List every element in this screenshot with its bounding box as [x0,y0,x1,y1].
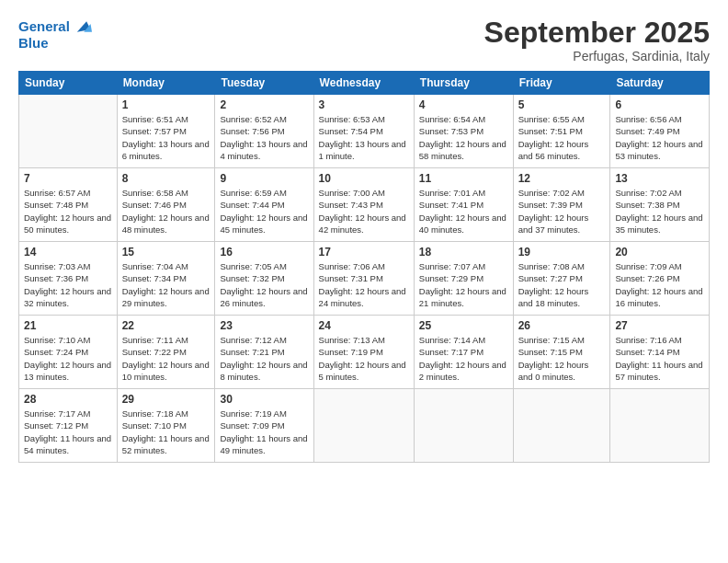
day-info: Sunrise: 7:10 AMSunset: 7:24 PMDaylight:… [24,334,112,383]
day-info: Sunrise: 7:16 AMSunset: 7:14 PMDaylight:… [615,334,704,383]
calendar-cell: 5Sunrise: 6:55 AMSunset: 7:51 PMDaylight… [513,95,610,168]
calendar-cell: 29Sunrise: 7:18 AMSunset: 7:10 PMDayligh… [117,389,215,463]
calendar-cell [313,389,414,463]
calendar-cell: 6Sunrise: 6:56 AMSunset: 7:49 PMDaylight… [610,95,710,168]
calendar-cell [414,389,513,463]
day-number: 13 [615,172,704,185]
calendar-cell: 24Sunrise: 7:13 AMSunset: 7:19 PMDayligh… [313,316,414,389]
day-info: Sunrise: 7:17 AMSunset: 7:12 PMDaylight:… [24,408,112,456]
day-info: Sunrise: 6:52 AMSunset: 7:56 PMDaylight:… [220,113,308,162]
calendar-cell: 25Sunrise: 7:14 AMSunset: 7:17 PMDayligh… [414,316,513,389]
day-info: Sunrise: 7:08 AMSunset: 7:27 PMDaylight:… [518,260,606,309]
logo-icon [72,17,92,37]
day-info: Sunrise: 7:06 AMSunset: 7:31 PMDaylight:… [319,260,409,309]
day-info: Sunrise: 7:00 AMSunset: 7:43 PMDaylight:… [319,187,409,236]
day-info: Sunrise: 7:02 AMSunset: 7:39 PMDaylight:… [518,187,606,236]
calendar-cell [513,389,610,463]
day-number: 3 [319,98,409,111]
day-info: Sunrise: 7:14 AMSunset: 7:17 PMDaylight:… [419,334,508,383]
day-info: Sunrise: 7:12 AMSunset: 7:21 PMDaylight:… [220,334,308,383]
day-number: 27 [615,319,704,332]
day-number: 28 [24,393,112,406]
calendar-cell: 3Sunrise: 6:53 AMSunset: 7:54 PMDaylight… [313,95,414,168]
day-number: 2 [220,98,308,111]
calendar-cell: 1Sunrise: 6:51 AMSunset: 7:57 PMDaylight… [117,95,215,168]
location: Perfugas, Sardinia, Italy [484,49,710,63]
day-info: Sunrise: 7:09 AMSunset: 7:26 PMDaylight:… [615,260,704,309]
day-info: Sunrise: 7:11 AMSunset: 7:22 PMDaylight:… [122,334,210,383]
day-number: 1 [122,98,210,111]
calendar-week-row: 7Sunrise: 6:57 AMSunset: 7:48 PMDaylight… [19,168,710,242]
day-number: 17 [319,246,409,259]
day-info: Sunrise: 7:13 AMSunset: 7:19 PMDaylight:… [319,334,409,383]
day-info: Sunrise: 7:02 AMSunset: 7:38 PMDaylight:… [615,187,704,236]
day-number: 30 [220,393,308,406]
day-header-monday: Monday [117,72,215,95]
day-header-thursday: Thursday [414,72,513,95]
day-number: 20 [615,246,704,259]
calendar-cell: 22Sunrise: 7:11 AMSunset: 7:22 PMDayligh… [117,316,215,389]
calendar-cell: 4Sunrise: 6:54 AMSunset: 7:53 PMDaylight… [414,95,513,168]
day-info: Sunrise: 7:18 AMSunset: 7:10 PMDaylight:… [122,408,210,456]
logo-text: General [18,19,70,35]
calendar-cell [610,389,710,463]
calendar-table: SundayMondayTuesdayWednesdayThursdayFrid… [18,71,710,463]
day-number: 16 [220,246,308,259]
day-info: Sunrise: 6:57 AMSunset: 7:48 PMDaylight:… [24,187,112,236]
calendar-cell: 26Sunrise: 7:15 AMSunset: 7:15 PMDayligh… [513,316,610,389]
day-info: Sunrise: 6:59 AMSunset: 7:44 PMDaylight:… [220,187,308,236]
month-title: September 2025 [484,17,710,49]
day-info: Sunrise: 7:01 AMSunset: 7:41 PMDaylight:… [419,187,508,236]
calendar-cell: 8Sunrise: 6:58 AMSunset: 7:46 PMDaylight… [117,168,215,242]
calendar-cell: 16Sunrise: 7:05 AMSunset: 7:32 PMDayligh… [215,242,313,316]
day-number: 23 [220,319,308,332]
day-number: 15 [122,246,210,259]
calendar-cell: 13Sunrise: 7:02 AMSunset: 7:38 PMDayligh… [610,168,710,242]
day-number: 11 [419,172,508,185]
calendar-cell: 20Sunrise: 7:09 AMSunset: 7:26 PMDayligh… [610,242,710,316]
day-number: 19 [518,246,606,259]
day-info: Sunrise: 6:58 AMSunset: 7:46 PMDaylight:… [122,187,210,236]
calendar-week-row: 21Sunrise: 7:10 AMSunset: 7:24 PMDayligh… [19,316,710,389]
day-number: 9 [220,172,308,185]
calendar-cell: 9Sunrise: 6:59 AMSunset: 7:44 PMDaylight… [215,168,313,242]
calendar-cell: 18Sunrise: 7:07 AMSunset: 7:29 PMDayligh… [414,242,513,316]
day-header-sunday: Sunday [19,72,118,95]
day-header-friday: Friday [513,72,610,95]
calendar-cell: 15Sunrise: 7:04 AMSunset: 7:34 PMDayligh… [117,242,215,316]
day-number: 21 [24,319,112,332]
calendar-week-row: 28Sunrise: 7:17 AMSunset: 7:12 PMDayligh… [19,389,710,463]
day-number: 26 [518,319,606,332]
day-number: 12 [518,172,606,185]
calendar-week-row: 1Sunrise: 6:51 AMSunset: 7:57 PMDaylight… [19,95,710,168]
day-number: 6 [615,98,704,111]
page: General Blue September 2025 Perfugas, Sa… [0,0,728,563]
day-number: 10 [319,172,409,185]
calendar-cell: 10Sunrise: 7:00 AMSunset: 7:43 PMDayligh… [313,168,414,242]
day-number: 25 [419,319,508,332]
day-info: Sunrise: 7:19 AMSunset: 7:09 PMDaylight:… [220,408,308,456]
calendar-cell: 28Sunrise: 7:17 AMSunset: 7:12 PMDayligh… [19,389,118,463]
calendar-cell: 2Sunrise: 6:52 AMSunset: 7:56 PMDaylight… [215,95,313,168]
day-number: 22 [122,319,210,332]
calendar-cell: 19Sunrise: 7:08 AMSunset: 7:27 PMDayligh… [513,242,610,316]
day-header-saturday: Saturday [610,72,710,95]
calendar-cell: 21Sunrise: 7:10 AMSunset: 7:24 PMDayligh… [19,316,118,389]
day-info: Sunrise: 7:15 AMSunset: 7:15 PMDaylight:… [518,334,606,383]
logo: General Blue [18,17,92,51]
day-number: 18 [419,246,508,259]
title-block: September 2025 Perfugas, Sardinia, Italy [484,17,710,63]
calendar-cell [19,95,118,168]
calendar-cell: 17Sunrise: 7:06 AMSunset: 7:31 PMDayligh… [313,242,414,316]
day-info: Sunrise: 7:07 AMSunset: 7:29 PMDaylight:… [419,260,508,309]
calendar-cell: 7Sunrise: 6:57 AMSunset: 7:48 PMDaylight… [19,168,118,242]
calendar-cell: 12Sunrise: 7:02 AMSunset: 7:39 PMDayligh… [513,168,610,242]
day-number: 5 [518,98,606,111]
day-number: 24 [319,319,409,332]
calendar-week-row: 14Sunrise: 7:03 AMSunset: 7:36 PMDayligh… [19,242,710,316]
day-info: Sunrise: 6:53 AMSunset: 7:54 PMDaylight:… [319,113,409,162]
day-number: 14 [24,246,112,259]
header: General Blue September 2025 Perfugas, Sa… [18,17,710,63]
day-info: Sunrise: 6:51 AMSunset: 7:57 PMDaylight:… [122,113,210,162]
logo-blue: Blue [18,35,92,51]
